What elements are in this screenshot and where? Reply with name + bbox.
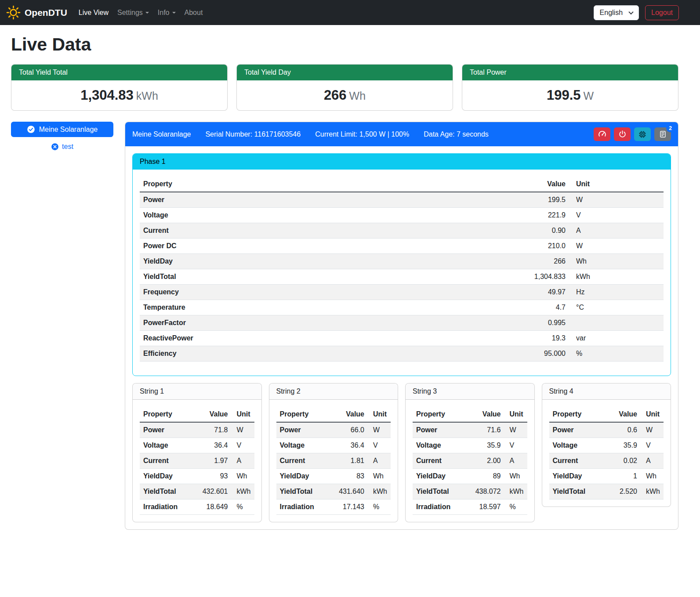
table-row: YieldTotal1,304.833kWh <box>140 269 664 285</box>
unit-cell: W <box>504 422 527 438</box>
unit-cell: A <box>504 453 527 469</box>
unit-cell: W <box>569 192 664 208</box>
unit-cell: W <box>368 422 391 438</box>
table-row: Voltage35.9V <box>413 438 527 453</box>
string-title: String 1 <box>133 384 261 400</box>
unit-cell: var <box>569 331 664 346</box>
value-cell: 1,304.833 <box>512 269 569 285</box>
table-row: Irradiation18.649% <box>140 499 254 515</box>
value-cell: 17.143 <box>335 499 368 515</box>
card-title: Total Yield Day <box>237 65 453 80</box>
string-1-card: String 1 Property Value Unit <box>132 383 262 522</box>
logout-button[interactable]: Logout <box>645 5 679 20</box>
nav-settings[interactable]: Settings <box>113 5 153 20</box>
string-2-table: Property Value Unit Power66.0WVoltage36.… <box>276 407 391 515</box>
value-cell: 71.8 <box>199 422 232 438</box>
total-power-card: Total Power 199.5W <box>462 64 678 111</box>
table-row: Irradiation17.143% <box>276 499 391 515</box>
unit-cell: V <box>232 438 254 453</box>
inverter-select-meine-solaranlage[interactable]: Meine Solaranlage <box>11 122 113 137</box>
property-cell: YieldTotal <box>413 484 472 499</box>
phase-1-card: Phase 1 Property Value Unit <box>132 153 671 376</box>
brand[interactable]: OpenDTU <box>6 5 67 20</box>
value-cell: 0.02 <box>609 453 641 469</box>
main-navigation: Live View Settings Info About <box>74 5 207 20</box>
value-cell: 438.072 <box>472 484 504 499</box>
inverter-select-test[interactable]: test <box>11 143 113 151</box>
unit-cell: kWh <box>504 484 527 499</box>
inverter-name-label: Meine Solaranlage <box>39 126 98 134</box>
table-row: Current2.00A <box>413 453 527 469</box>
property-cell: Current <box>413 453 472 469</box>
col-property: Property <box>140 407 199 422</box>
table-row: Irradiation18.597% <box>413 499 527 515</box>
value-cell: 221.9 <box>512 208 569 223</box>
nav-live-view[interactable]: Live View <box>74 5 113 20</box>
value-cell: 0.90 <box>512 223 569 239</box>
phase-title: Phase 1 <box>133 154 671 170</box>
table-row: Frequency49.97Hz <box>140 285 664 300</box>
value-cell: 210.0 <box>512 239 569 254</box>
table-row: Power71.6W <box>413 422 527 438</box>
value-cell: 432.601 <box>199 484 232 499</box>
col-property: Property <box>413 407 472 422</box>
property-cell: Power <box>276 422 336 438</box>
limit-settings-button[interactable] <box>594 127 610 141</box>
language-select[interactable]: English <box>594 5 639 20</box>
unit-cell <box>569 315 664 331</box>
value-cell: 199.5 <box>512 192 569 208</box>
unit-cell: Wh <box>232 469 254 484</box>
unit-cell: Wh <box>569 254 664 269</box>
string-4-table: Property Value Unit Power0.6WVoltage35.9… <box>549 407 664 499</box>
nav-about-label: About <box>185 9 203 17</box>
current-limit: Current Limit: 1,500 W | 100% <box>315 130 409 138</box>
table-row: Temperature4.7°C <box>140 300 664 315</box>
property-cell: Irradiation <box>140 499 199 515</box>
chevron-down-icon <box>628 9 633 14</box>
string-4-card: String 4 Property Value Unit <box>542 383 671 507</box>
col-unit: Unit <box>641 407 664 422</box>
unit-cell: A <box>641 453 664 469</box>
card-body: 199.5W <box>462 80 678 110</box>
unit-cell: W <box>569 239 664 254</box>
property-cell: PowerFactor <box>140 315 512 331</box>
nav-about[interactable]: About <box>180 5 207 20</box>
unit-cell: % <box>504 499 527 515</box>
event-log-button[interactable]: 2 <box>654 127 671 141</box>
value-cell: 1 <box>609 469 641 484</box>
unit-cell: % <box>569 346 664 362</box>
table-row: Voltage35.9V <box>549 438 664 453</box>
property-cell: Power <box>549 422 609 438</box>
value-cell: 49.97 <box>512 285 569 300</box>
string-3-card: String 3 Property Value Unit <box>405 383 535 522</box>
table-row: YieldTotal2.520kWh <box>549 484 664 499</box>
table-row: Power71.8W <box>140 422 254 438</box>
string-title: String 2 <box>269 384 398 400</box>
property-cell: YieldDay <box>140 469 199 484</box>
property-cell: YieldDay <box>276 469 336 484</box>
power-button[interactable] <box>614 127 631 141</box>
total-yield-day-card: Total Yield Day 266Wh <box>236 64 453 111</box>
table-row: Current1.97A <box>140 453 254 469</box>
language-selected-value: English <box>600 9 623 16</box>
inverter-panel-header: Meine Solaranlage Serial Number: 1161716… <box>125 122 678 146</box>
table-row: YieldDay266Wh <box>140 254 664 269</box>
property-cell: YieldDay <box>413 469 472 484</box>
card-value: 1,304.83 <box>80 87 134 103</box>
property-cell: Current <box>276 453 336 469</box>
string-title: String 3 <box>406 384 534 400</box>
nav-info[interactable]: Info <box>153 5 180 20</box>
property-cell: Power <box>140 422 199 438</box>
value-cell: 1.81 <box>335 453 368 469</box>
phase-table: Property Value Unit Power199.5WVoltage22… <box>140 177 664 362</box>
table-header-row: Property Value Unit <box>140 177 664 192</box>
total-yield-total-card: Total Yield Total 1,304.83kWh <box>11 64 228 111</box>
property-cell: Voltage <box>276 438 336 453</box>
col-unit: Unit <box>368 407 391 422</box>
inverter-name: Meine Solaranlage <box>132 130 191 138</box>
string-2-card: String 2 Property Value Unit <box>269 383 399 522</box>
table-row: Current1.81A <box>276 453 391 469</box>
nav-info-label: Info <box>158 9 170 17</box>
navbar-right: English Logout <box>594 5 679 20</box>
device-info-button[interactable] <box>634 127 651 141</box>
